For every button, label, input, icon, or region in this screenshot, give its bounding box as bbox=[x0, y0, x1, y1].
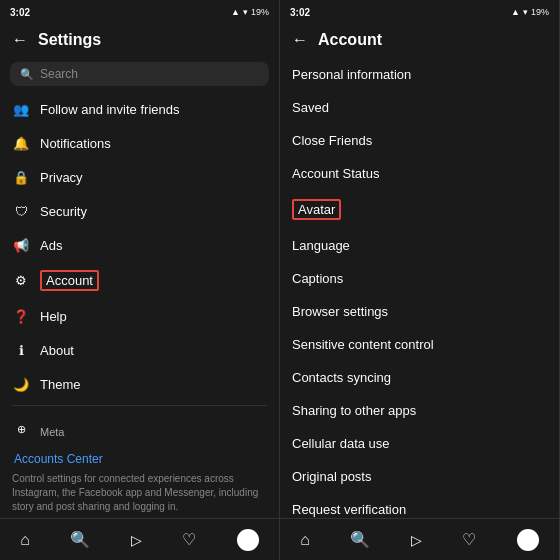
browser-settings-label: Browser settings bbox=[292, 304, 388, 319]
menu-item-theme[interactable]: 🌙 Theme bbox=[12, 367, 267, 401]
menu-item-saved[interactable]: Saved bbox=[292, 91, 547, 124]
contacts-syncing-label: Contacts syncing bbox=[292, 370, 391, 385]
menu-item-notifications[interactable]: 🔔 Notifications bbox=[12, 126, 267, 160]
menu-item-account-status[interactable]: Account Status bbox=[292, 157, 547, 190]
signal-icon-left: ▲ bbox=[231, 7, 240, 17]
sensitive-content-label: Sensitive content control bbox=[292, 337, 434, 352]
theme-icon: 🌙 bbox=[12, 375, 30, 393]
request-verification-label: Request verification bbox=[292, 502, 406, 517]
nav-reels-left[interactable]: ▷ bbox=[131, 532, 142, 548]
nav-profile-right[interactable] bbox=[517, 529, 539, 551]
menu-item-request-verification[interactable]: Request verification bbox=[292, 493, 547, 518]
status-icons-right: ▲ ▾ 19% bbox=[511, 7, 549, 17]
about-label: About bbox=[40, 343, 74, 358]
meta-label: Meta bbox=[40, 418, 64, 440]
menu-item-close-friends[interactable]: Close Friends bbox=[292, 124, 547, 157]
nav-reels-right[interactable]: ▷ bbox=[411, 532, 422, 548]
nav-home-right[interactable]: ⌂ bbox=[300, 531, 310, 549]
bottom-nav-right: ⌂ 🔍 ▷ ♡ bbox=[280, 518, 559, 560]
captions-label: Captions bbox=[292, 271, 343, 286]
menu-item-follow[interactable]: 👥 Follow and invite friends bbox=[12, 92, 267, 126]
menu-item-original-posts[interactable]: Original posts bbox=[292, 460, 547, 493]
header-right: ← Account bbox=[280, 22, 559, 58]
privacy-icon: 🔒 bbox=[12, 168, 30, 186]
help-icon: ❓ bbox=[12, 307, 30, 325]
search-icon: 🔍 bbox=[20, 68, 34, 81]
nav-home-left[interactable]: ⌂ bbox=[20, 531, 30, 549]
menu-item-contacts-syncing[interactable]: Contacts syncing bbox=[292, 361, 547, 394]
wifi-icon-right: ▾ bbox=[523, 7, 528, 17]
nav-search-right[interactable]: 🔍 bbox=[350, 530, 370, 549]
nav-search-left[interactable]: 🔍 bbox=[70, 530, 90, 549]
search-bar[interactable]: 🔍 Search bbox=[10, 62, 269, 86]
nav-profile-left[interactable] bbox=[237, 529, 259, 551]
menu-item-help[interactable]: ❓ Help bbox=[12, 299, 267, 333]
notifications-label: Notifications bbox=[40, 136, 111, 151]
meta-section-label: ⊕ Meta bbox=[12, 410, 267, 448]
search-placeholder: Search bbox=[40, 67, 78, 81]
status-bar-right: 3:02 ▲ ▾ 19% bbox=[280, 0, 559, 22]
settings-title: Settings bbox=[38, 31, 101, 49]
settings-menu-list: 👥 Follow and invite friends 🔔 Notificati… bbox=[0, 92, 279, 518]
menu-item-privacy[interactable]: 🔒 Privacy bbox=[12, 160, 267, 194]
menu-item-sensitive-content[interactable]: Sensitive content control bbox=[292, 328, 547, 361]
meta-icon: ⊕ bbox=[12, 420, 30, 438]
help-label: Help bbox=[40, 309, 67, 324]
time-left: 3:02 bbox=[10, 7, 30, 18]
menu-item-browser-settings[interactable]: Browser settings bbox=[292, 295, 547, 328]
ads-icon: 📢 bbox=[12, 236, 30, 254]
right-panel: 3:02 ▲ ▾ 19% ← Account Personal informat… bbox=[280, 0, 560, 560]
cellular-data-label: Cellular data use bbox=[292, 436, 390, 451]
status-icons-left: ▲ ▾ 19% bbox=[231, 7, 269, 17]
battery-right: 19% bbox=[531, 7, 549, 17]
avatar-label: Avatar bbox=[292, 199, 341, 220]
battery-left: 19% bbox=[251, 7, 269, 17]
security-icon: 🛡 bbox=[12, 202, 30, 220]
follow-label: Follow and invite friends bbox=[40, 102, 179, 117]
menu-item-captions[interactable]: Captions bbox=[292, 262, 547, 295]
menu-item-about[interactable]: ℹ About bbox=[12, 333, 267, 367]
back-button-left[interactable]: ← bbox=[12, 31, 28, 49]
menu-item-language[interactable]: Language bbox=[292, 229, 547, 262]
accounts-center-link[interactable]: Accounts Center bbox=[12, 448, 267, 470]
divider-meta bbox=[12, 405, 267, 406]
menu-item-account[interactable]: ⚙ Account bbox=[12, 262, 267, 299]
ads-label: Ads bbox=[40, 238, 62, 253]
close-friends-label: Close Friends bbox=[292, 133, 372, 148]
wifi-icon-left: ▾ bbox=[243, 7, 248, 17]
original-posts-label: Original posts bbox=[292, 469, 371, 484]
account-title: Account bbox=[318, 31, 382, 49]
account-status-label: Account Status bbox=[292, 166, 379, 181]
nav-heart-left[interactable]: ♡ bbox=[182, 530, 196, 549]
account-icon: ⚙ bbox=[12, 272, 30, 290]
menu-item-avatar[interactable]: Avatar bbox=[292, 190, 547, 229]
theme-label: Theme bbox=[40, 377, 80, 392]
menu-item-sharing[interactable]: Sharing to other apps bbox=[292, 394, 547, 427]
status-bar-left: 3:02 ▲ ▾ 19% bbox=[0, 0, 279, 22]
nav-heart-right[interactable]: ♡ bbox=[462, 530, 476, 549]
about-icon: ℹ bbox=[12, 341, 30, 359]
notifications-icon: 🔔 bbox=[12, 134, 30, 152]
left-panel: 3:02 ▲ ▾ 19% ← Settings 🔍 Search 👥 Follo… bbox=[0, 0, 280, 560]
personal-info-label: Personal information bbox=[292, 67, 411, 82]
back-button-right[interactable]: ← bbox=[292, 31, 308, 49]
menu-item-cellular-data[interactable]: Cellular data use bbox=[292, 427, 547, 460]
bottom-nav-left: ⌂ 🔍 ▷ ♡ bbox=[0, 518, 279, 560]
menu-item-personal-info[interactable]: Personal information bbox=[292, 58, 547, 91]
account-menu-list: Personal information Saved Close Friends… bbox=[280, 58, 559, 518]
security-label: Security bbox=[40, 204, 87, 219]
time-right: 3:02 bbox=[290, 7, 310, 18]
follow-icon: 👥 bbox=[12, 100, 30, 118]
header-left: ← Settings bbox=[0, 22, 279, 58]
menu-item-ads[interactable]: 📢 Ads bbox=[12, 228, 267, 262]
account-label: Account bbox=[40, 270, 99, 291]
signal-icon-right: ▲ bbox=[511, 7, 520, 17]
meta-description: Control settings for connected experienc… bbox=[12, 470, 267, 518]
saved-label: Saved bbox=[292, 100, 329, 115]
sharing-label: Sharing to other apps bbox=[292, 403, 416, 418]
privacy-label: Privacy bbox=[40, 170, 83, 185]
menu-item-security[interactable]: 🛡 Security bbox=[12, 194, 267, 228]
language-label: Language bbox=[292, 238, 350, 253]
